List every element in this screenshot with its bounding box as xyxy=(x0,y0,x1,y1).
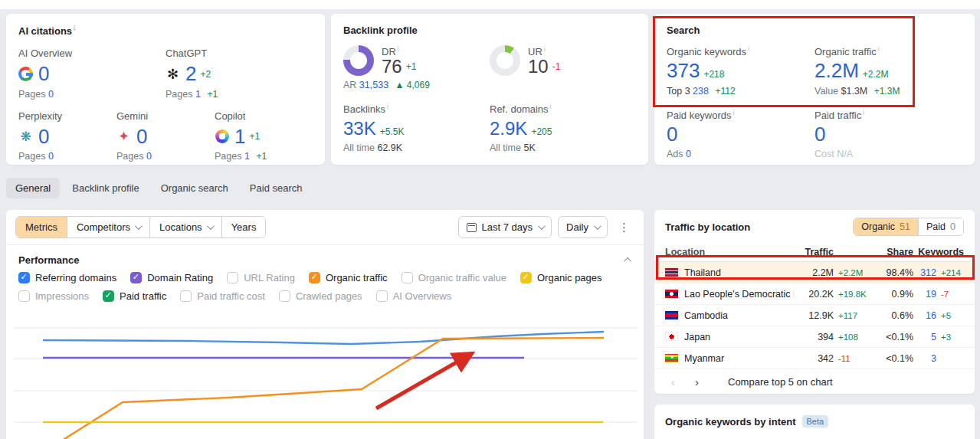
toggle-organic[interactable]: Organic51 xyxy=(854,218,919,235)
tab-paid-search[interactable]: Paid search xyxy=(241,178,312,198)
segment-metrics[interactable]: Metrics xyxy=(16,217,67,238)
info-icon: i xyxy=(733,109,735,116)
chevron-down-icon xyxy=(594,222,601,230)
checkbox xyxy=(376,290,388,302)
tab-backlink-profile[interactable]: Backlink profile xyxy=(63,178,148,198)
section-tabs: General Backlink profile Organic search … xyxy=(6,178,312,198)
ref-domains-value[interactable]: 2.9K xyxy=(490,118,527,139)
gemini-label: Gemini xyxy=(116,110,215,122)
checkbox xyxy=(402,272,413,283)
paid-traffic-value[interactable]: 0 xyxy=(814,123,825,146)
chart-toolbar: Metrics Competitors Locations Years Last… xyxy=(6,210,644,245)
japan-flag-icon xyxy=(665,333,678,341)
compare-top5-link[interactable]: Compare top 5 on chart xyxy=(728,376,833,388)
kebab-menu-icon[interactable]: ⋮ xyxy=(614,218,634,238)
copilot-pages[interactable]: 1 xyxy=(244,151,250,162)
table-row-thailand[interactable]: Thailand 2.2M +2.2M 98.4% 312 +214 xyxy=(654,262,975,283)
segment-years[interactable]: Years xyxy=(222,217,266,238)
ref-domains-delta: +205 xyxy=(531,126,552,137)
chatgpt-icon: ✻ xyxy=(166,67,180,81)
info-icon: i xyxy=(863,109,864,116)
chevron-down-icon xyxy=(207,222,215,230)
chatgpt-value[interactable]: 2 xyxy=(185,64,196,84)
metric-toggles: Referring domains Domain Rating URL Rati… xyxy=(6,269,644,302)
metric-organic-pages[interactable]: Organic pages xyxy=(520,272,602,283)
organic-traffic-value[interactable]: 2.2M xyxy=(814,59,859,82)
backlinks-value[interactable]: 33K xyxy=(343,118,376,139)
performance-line-chart[interactable] xyxy=(6,306,644,439)
gemini-pages[interactable]: 0 xyxy=(146,151,152,162)
paid-traffic-label: Paid traffic xyxy=(814,110,861,121)
backlinks-label: Backlinks xyxy=(343,104,385,116)
date-range-button[interactable]: Last 7 days xyxy=(458,216,552,238)
checkbox xyxy=(227,272,238,283)
granularity-button[interactable]: Daily xyxy=(558,216,608,238)
col-traffic[interactable]: Traffic xyxy=(794,247,834,257)
ai-overview-label: AI Overview xyxy=(18,48,166,59)
metric-domain-rating[interactable]: Domain Rating xyxy=(130,272,213,283)
backlink-profile-title: Backlink profile xyxy=(343,25,636,36)
location-table-header: Location Traffic Share Keywords xyxy=(654,242,975,262)
page-prev-icon[interactable]: ‹ xyxy=(665,376,681,388)
backlink-profile-card: Backlink profile DRi 76+1 AR 31,533 ▲ 4,… xyxy=(331,14,648,165)
perplexity-stat: Perplexity ❋ 0 Pages 0 xyxy=(18,110,116,162)
ar-value[interactable]: 31,533 xyxy=(359,80,388,90)
metric-impressions[interactable]: Impressions xyxy=(18,290,89,302)
organic-traffic-stat: Organic traffici 2.2M+2.2M Value $1.3M +… xyxy=(814,45,962,97)
table-row-myanmar[interactable]: Myanmar 342 -11 <0.1% 3 xyxy=(654,348,975,369)
chatgpt-label: ChatGPT xyxy=(166,48,313,59)
metric-ai-overviews[interactable]: AI Overviews xyxy=(376,290,452,302)
ai-overview-value[interactable]: 0 xyxy=(38,64,49,84)
table-row-cambodia[interactable]: Cambodia 12.9K +117 0.6% 16 +5 xyxy=(654,305,975,326)
paid-keywords-value[interactable]: 0 xyxy=(667,123,677,146)
gemini-icon: ✦ xyxy=(116,129,131,144)
checkbox xyxy=(279,290,290,302)
col-keywords[interactable]: Keywords xyxy=(913,247,964,257)
copilot-value[interactable]: 1 xyxy=(234,126,245,147)
ur-donut-chart xyxy=(490,45,520,76)
copilot-stat: Copilot 1 +1 Pages 1 +1 xyxy=(215,110,313,162)
segment-locations[interactable]: Locations xyxy=(150,217,222,238)
beta-badge: Beta xyxy=(802,415,829,428)
organic-keywords-value[interactable]: 373 xyxy=(667,59,700,82)
collapse-chevron-icon[interactable] xyxy=(624,257,631,265)
ur-value: 10 xyxy=(528,57,549,76)
chart-series xyxy=(43,332,604,439)
metric-referring-domains[interactable]: Referring domains xyxy=(18,272,116,283)
tab-general[interactable]: General xyxy=(6,178,60,198)
col-location[interactable]: Location xyxy=(665,247,794,257)
organic-keywords-stat: Organic keywordsi 373+218 Top 3 238 +112 xyxy=(667,45,814,97)
traffic-by-location-card: Traffic by location Organic51 Paid0 Loca… xyxy=(654,210,975,394)
organic-keywords-label: Organic keywords xyxy=(667,46,746,57)
chatgpt-delta: +2 xyxy=(200,69,211,80)
ai-overview-pages[interactable]: 0 xyxy=(48,89,54,100)
checkbox xyxy=(309,272,320,283)
copilot-delta: +1 xyxy=(249,131,260,142)
checkbox xyxy=(520,272,532,283)
perplexity-pages[interactable]: 0 xyxy=(48,151,54,162)
top3-value[interactable]: 238 xyxy=(693,86,709,97)
toggle-paid[interactable]: Paid0 xyxy=(919,218,963,235)
gemini-value[interactable]: 0 xyxy=(136,126,147,147)
chatgpt-pages[interactable]: 1 xyxy=(195,89,201,100)
perplexity-value[interactable]: 0 xyxy=(38,126,49,147)
table-row-laos[interactable]: Lao People's Democratic Reput 20.2K +19.… xyxy=(654,283,975,305)
info-icon: i xyxy=(544,45,546,53)
calendar-icon xyxy=(467,223,477,232)
metric-paid-traffic-cost[interactable]: Paid traffic cost xyxy=(180,290,265,302)
table-row-japan[interactable]: Japan 394 +108 <0.1% 5 +3 xyxy=(654,326,975,348)
page-next-icon[interactable]: › xyxy=(689,376,705,388)
ur-stat: URi 10-1 Ref. domainsi 2.9K+205 All time… xyxy=(490,45,636,153)
col-share[interactable]: Share xyxy=(870,247,913,257)
metric-organic-traffic[interactable]: Organic traffic xyxy=(309,272,388,283)
metric-organic-traffic-value[interactable]: Organic traffic value xyxy=(402,272,506,283)
metric-url-rating[interactable]: URL Rating xyxy=(227,272,295,283)
checkbox xyxy=(18,272,30,283)
segment-competitors[interactable]: Competitors xyxy=(67,217,150,238)
metric-paid-traffic[interactable]: Paid traffic xyxy=(103,290,166,302)
chevron-down-icon xyxy=(538,222,546,230)
metric-crawled-pages[interactable]: Crawled pages xyxy=(279,290,362,302)
tab-organic-search[interactable]: Organic search xyxy=(152,178,238,198)
dr-delta: +1 xyxy=(406,62,417,71)
ur-delta: -1 xyxy=(552,62,561,71)
